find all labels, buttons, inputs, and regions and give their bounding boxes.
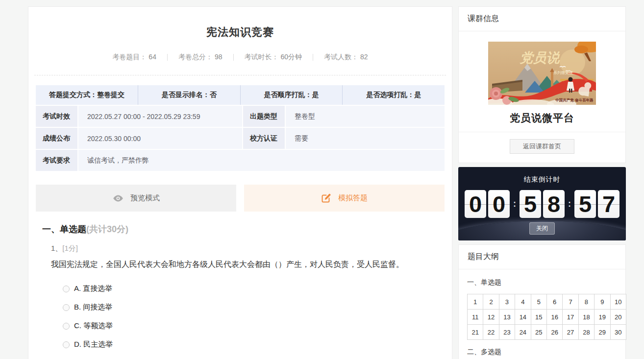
countdown-digit: 7	[598, 190, 619, 218]
stat-value: 98	[215, 53, 223, 61]
question-number-cell[interactable]: 4	[515, 294, 531, 310]
stat-value: 82	[360, 53, 368, 61]
question-number-cell[interactable]: 15	[531, 310, 547, 325]
course-info-header: 课群信息	[459, 7, 625, 31]
question-number-cell[interactable]: 26	[547, 325, 563, 340]
simulate-answer-button[interactable]: 模拟答题	[244, 185, 445, 212]
stat-separator	[233, 54, 234, 61]
radio-button-icon[interactable]	[63, 341, 70, 348]
preview-mode-button[interactable]: 预览模式	[36, 185, 236, 212]
requirement-label: 考试要求	[36, 150, 77, 171]
question-number-cell[interactable]: 3	[499, 294, 515, 310]
question-outline-card: 题目大纲 一、单选题 12345678910111213141516171819…	[458, 244, 626, 359]
countdown-digit: 0	[488, 190, 510, 218]
back-to-course-button[interactable]: 返回课群首页	[510, 139, 574, 154]
countdown-close-button[interactable]: 关闭	[529, 222, 555, 235]
question-number-cell[interactable]: 10	[611, 294, 626, 310]
question-outline-body: 一、单选题 1234567891011121314151617181920212…	[459, 269, 625, 359]
question-number-cell[interactable]: 2	[483, 294, 499, 310]
question-number-cell[interactable]: 13	[499, 310, 515, 325]
option-label: B. 间接选举	[74, 303, 112, 312]
question-number-cell[interactable]: 24	[515, 325, 531, 340]
question-type-value: 整卷型	[286, 106, 445, 127]
exam-stat: 考卷题目：64	[112, 53, 156, 62]
countdown-digit: 5	[574, 190, 596, 218]
question-number-cell[interactable]: 23	[499, 325, 515, 340]
question-number-cell[interactable]: 12	[483, 310, 499, 325]
school-auth-value: 需要	[286, 128, 445, 149]
question-number-cell[interactable]: 9	[594, 294, 610, 310]
exam-card: 宪法知识竞赛 考卷题目：64考卷总分：98考试时长：60分钟考试人数：82 答题…	[28, 6, 452, 359]
stat-label: 考卷题目：	[112, 53, 147, 61]
options-list: A. 直接选举B. 间接选举C. 等额选举D. 民主选举	[63, 280, 452, 354]
radio-button-icon[interactable]	[63, 286, 70, 292]
question-number-cell[interactable]: 19	[594, 310, 610, 325]
countdown-colon: :	[513, 199, 516, 209]
question-type-label: 出题类型	[243, 106, 285, 127]
question-number-cell[interactable]: 14	[515, 310, 531, 325]
pencil-edit-icon	[321, 193, 332, 204]
exam-stat: 考试时长：60分钟	[245, 53, 302, 62]
question-number-cell[interactable]: 29	[594, 325, 610, 340]
question-number-cell[interactable]: 22	[483, 325, 499, 340]
exam-stat: 考卷总分：98	[178, 53, 223, 62]
option-label: C. 等额选举	[74, 321, 113, 331]
option-label: A. 直接选举	[74, 284, 112, 293]
stat-label: 考卷总分：	[178, 53, 213, 61]
question-number-cell[interactable]: 6	[547, 294, 563, 310]
question-number-cell[interactable]: 5	[531, 294, 547, 310]
course-info-card: 课群信息	[458, 6, 626, 163]
question-meta: 1、[1分]	[51, 244, 452, 253]
question-number-cell[interactable]: 20	[611, 310, 626, 325]
question-number-cell[interactable]: 11	[468, 310, 483, 325]
question-number-cell[interactable]: 21	[468, 325, 483, 340]
answer-option[interactable]: C. 等额选举	[63, 317, 452, 335]
countdown-seconds: 5 7	[574, 190, 619, 218]
exam-stats-row: 考卷题目：64考卷总分：98考试时长：60分钟考试人数：82	[28, 53, 452, 62]
section-title: 一、单选题	[42, 224, 86, 234]
stat-separator	[313, 54, 313, 61]
question-number: 1、	[51, 244, 62, 252]
question-number-cell[interactable]: 18	[579, 310, 594, 325]
sidebar: 课群信息	[458, 6, 626, 359]
settings-header-row: 答题提交方式：整卷提交是否显示排名：否是否顺序打乱：是是否选项打乱：是	[36, 85, 445, 105]
countdown-colon: :	[568, 199, 571, 209]
banner-footer-text: 中国共产党 奋斗百年路	[555, 98, 594, 102]
school-auth-label: 校方认证	[243, 128, 285, 149]
option-label: D. 民主选举	[74, 340, 113, 349]
page-title: 宪法知识竞赛	[28, 25, 452, 40]
exam-stat: 考试人数：82	[324, 53, 368, 62]
settings-header-cell: 答题提交方式：整卷提交	[36, 85, 138, 105]
question-number-cell[interactable]: 25	[531, 325, 547, 340]
exam-settings-table: 答题提交方式：整卷提交是否显示排名：否是否顺序打乱：是是否选项打乱：是 考试时效…	[36, 85, 445, 171]
outline-section-single-choice: 一、单选题	[467, 278, 617, 287]
answer-option[interactable]: D. 民主选举	[63, 335, 452, 354]
countdown-panel: 结束倒计时 0 0 : 5 8 : 5 7 关闭	[458, 167, 626, 240]
stat-value: 64	[149, 53, 156, 61]
question-number-cell[interactable]: 1	[468, 294, 483, 310]
action-row: 预览模式 模拟答题	[36, 185, 445, 212]
requirement-value: 诚信考试，严禁作弊	[78, 150, 445, 171]
exam-details-grid: 考试时效 2022.05.27 00:00 - 2022.05.29 23:59…	[36, 106, 445, 171]
course-banner-image[interactable]: 党员说 系列微党课 中国共产党 奋斗百年路	[488, 42, 596, 105]
question-outline-header: 题目大纲	[459, 245, 625, 269]
section-heading: 一、单选题(共计30分)	[42, 223, 452, 235]
card-divider	[459, 132, 625, 132]
answer-option[interactable]: A. 直接选举	[63, 280, 452, 298]
question-number-cell[interactable]: 17	[563, 310, 578, 325]
simulate-answer-label: 模拟答题	[338, 193, 368, 203]
flip-clock: 0 0 : 5 8 : 5 7	[458, 190, 626, 218]
question-number-cell[interactable]: 27	[563, 325, 578, 340]
radio-button-icon[interactable]	[63, 323, 70, 330]
radio-button-icon[interactable]	[63, 304, 70, 311]
score-publish-value: 2022.05.30 00:00	[78, 128, 242, 149]
question-number-cell[interactable]: 28	[579, 325, 594, 340]
settings-header-cell: 是否显示排名：否	[138, 85, 240, 105]
stat-value: 60分钟	[281, 53, 302, 61]
question-number-cell[interactable]: 30	[611, 325, 626, 340]
question-number-cell[interactable]: 8	[579, 294, 594, 310]
preview-mode-label: 预览模式	[130, 193, 160, 203]
question-number-cell[interactable]: 16	[547, 310, 563, 325]
question-number-cell[interactable]: 7	[563, 294, 578, 310]
answer-option[interactable]: B. 间接选举	[63, 298, 452, 317]
